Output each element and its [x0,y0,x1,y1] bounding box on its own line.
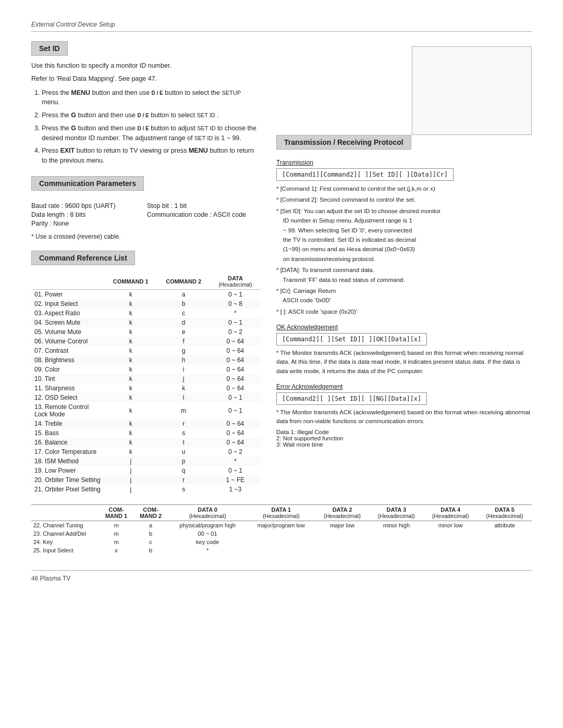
table-row: 21. Orbiter Pixel Setting j s 1 ~3 [31,485,261,494]
bt-d1 [247,529,315,538]
cmd-name: 13. Remote Control Lock Mode [31,402,104,419]
table-row: 01. Power k a 0 ~ 1 [31,289,261,299]
set-id-step-4: Press EXIT button to return to TV viewin… [42,146,261,166]
bt-d5: attribute [478,521,532,529]
table-row: 23. Channel Add/Del m b 00 ~ 01 [31,529,532,538]
bt-d5 [478,529,532,538]
cmd1: k [104,327,157,337]
cmd-data: 0 ~ 1 [210,402,261,419]
table-row: 14. Treble k r 0 ~ 64 [31,419,261,428]
cmd-name: 15. Bass [31,428,104,438]
trans-note-6: [ ]: ASCII code 'space (0x20)' [276,307,532,316]
set-id-steps: Press the MENU button and then use D / E… [31,88,261,166]
table-row: 18. ISM Method j p * [31,456,261,466]
cmd2: g [157,346,210,355]
cmd2: k [157,384,210,393]
right-column: Transmission / Receiving Protocol Transm… [276,41,532,494]
cmd-data: 0 ~ 64 [210,384,261,393]
bt-d0: 00 ~ 01 [168,529,247,538]
bt-d2: major low [315,521,370,529]
set-id-desc1: Use this function to specify a monitor I… [31,61,261,71]
main-layout: Set ID Use this function to specify a mo… [31,41,532,494]
cmd-name: 01. Power [31,289,104,299]
comm-param-code: Communication code : ASCII code [147,211,246,218]
bt-name: 25. Input Select [31,546,99,554]
cmd-data: 0 ~ 1 [210,393,261,402]
bt-d4 [423,546,478,554]
cmd-name: 14. Treble [31,419,104,428]
table-row: 06. Volume Control k f 0 ~ 64 [31,337,261,346]
bt-col-empty [31,504,99,521]
cmd2: q [157,466,210,475]
cmd1: k [104,355,157,365]
table-row: 09. Color k i 0 ~ 64 [31,365,261,374]
cmd-data: * [210,456,261,466]
bt-d0: key code [168,538,247,546]
cmd2: p [157,456,210,466]
ok-ack-label: OK Acknowledgement [276,324,532,331]
trans-note-5: [Cr]: Carriage Return ASCII code '0x0D' [276,286,532,305]
command-table: COMMAND 1 COMMAND 2 DATA (Hexadecimal) 0… [31,274,261,494]
cmd-name: 21. Orbiter Pixel Setting [31,485,104,494]
cmd-name: 19. Low Power [31,466,104,475]
command-ref-section: Command Reference List COMMAND 1 COMMAND… [31,251,261,494]
cmd1: k [104,337,157,346]
bt-d3 [369,538,423,546]
cmd2: f [157,337,210,346]
table-row: 04. Screen Mute k d 0 ~ 1 [31,318,261,327]
set-id-step-1: Press the MENU button and then use D / E… [42,88,261,108]
table-row: 15. Bass k s 0 ~ 64 [31,428,261,438]
bt-col-d4: DATA 4(Hexadecimal) [423,504,478,521]
cmd-col-cmd1: COMMAND 1 [104,274,157,290]
cmd-name: 18. ISM Method [31,456,104,466]
bt-d0: * [168,546,247,554]
bt-d5 [478,538,532,546]
cmd1: k [104,447,157,456]
bt-cmd2: b [133,546,168,554]
bt-col-cmd1: COM-MAND 1 [99,504,133,521]
cmd1: k [104,318,157,327]
comm-param-parity: Parity : None [31,220,116,227]
cmd1: j [104,466,157,475]
ok-ack-box: [Command2][ ][Set ID][ ][OK][Data][x] [276,333,427,346]
cmd2: l [157,393,210,402]
bt-cmd1: x [99,546,133,554]
cmd1: j [104,485,157,494]
trans-note-2: [Command 2]: Second command to control t… [276,195,532,204]
cmd-name: 11. Sharpness [31,384,104,393]
bt-cmd1: m [99,521,133,529]
cmd1: j [104,475,157,485]
cmd-name: 20. Orbiter Time Setting [31,475,104,485]
cmd-name: 17. Color Temperature [31,447,104,456]
cmd1: j [104,456,157,466]
bt-col-d1: DATA 1(Hexadecimal) [247,504,315,521]
cmd-name: 16. Balance [31,438,104,447]
comm-param-stop: Stop bit : 1 bit [147,202,246,209]
comm-params-section: Communication Parameters Baud rate : 960… [31,176,261,240]
table-row: 10. Tint k j 0 ~ 64 [31,374,261,384]
table-row: 24. Key m c key code [31,538,532,546]
cmd1: k [104,374,157,384]
footer: 46 Plasma TV [31,570,532,582]
cmd-data: 0 ~ 1 [210,289,261,299]
bt-d2 [315,546,370,554]
table-row: 16. Balance k t 0 ~ 64 [31,438,261,447]
table-row: 19. Low Power j q 0 ~ 1 [31,466,261,475]
bt-d3: minor high [369,521,423,529]
cmd-data: * [210,309,261,318]
bt-d5 [478,546,532,554]
cmd2: r [157,475,210,485]
cmd-data: 0 ~ 64 [210,346,261,355]
set-id-desc2: Refer to 'Real Data Mapping'. See page 4… [31,74,261,84]
cmd2: i [157,365,210,374]
table-row: 20. Orbiter Time Setting j r 1 ~ FE [31,475,261,485]
err-ack-label: Error Acknowledgement [276,383,532,390]
bt-cmd2: b [133,529,168,538]
set-id-step-2: Press the G button and then use D / E bu… [42,110,261,120]
cmd2: s [157,428,210,438]
bt-d0: physical/program high [168,521,247,529]
cmd2: d [157,318,210,327]
trans-note-3: [Set ID]: You can adjust the set ID to c… [276,206,532,264]
cmd2: m [157,402,210,419]
bt-col-d2: DATA 2(Hexadecimal) [315,504,370,521]
